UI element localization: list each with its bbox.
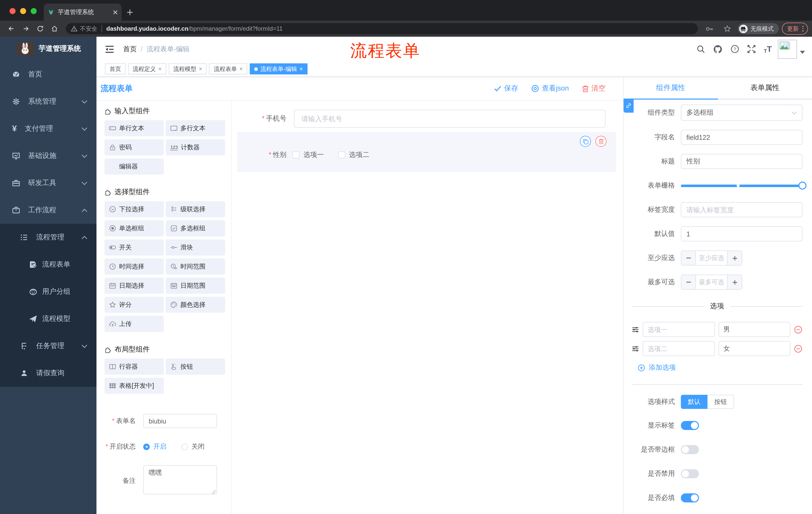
sidebar-item-process-form[interactable]: 流程表单: [0, 251, 96, 278]
required-toggle[interactable]: [681, 493, 699, 503]
tag-home[interactable]: 首页: [105, 63, 126, 75]
close-tag-icon[interactable]: ×: [239, 66, 243, 72]
clear-button[interactable]: 清空: [582, 84, 606, 93]
tag-process-definition[interactable]: 流程定义×: [128, 63, 166, 75]
checkbox[interactable]: [338, 152, 345, 158]
sidebar-item-home[interactable]: 首页: [0, 61, 96, 88]
close-window-button[interactable]: [9, 8, 16, 14]
tab-form-props[interactable]: 表单属性: [718, 77, 812, 99]
slider-track[interactable]: [681, 184, 803, 187]
sidebar-item-task-mgmt[interactable]: 任务管理: [0, 332, 96, 360]
remove-option-button[interactable]: [794, 325, 803, 334]
sidebar-item-infra[interactable]: 基础设施: [0, 142, 96, 169]
component-checkbox-group[interactable]: 多选框组: [166, 220, 225, 236]
sidebar-item-leave-query[interactable]: 请假查询: [0, 360, 96, 387]
close-tag-icon[interactable]: ×: [299, 66, 303, 72]
close-tag-icon[interactable]: ×: [199, 66, 202, 72]
security-label[interactable]: 不安全: [80, 25, 97, 32]
component-row-container[interactable]: 行容器: [105, 359, 164, 375]
tab-component-props[interactable]: 组件属性: [624, 77, 718, 99]
copy-component-button[interactable]: [580, 136, 591, 147]
component-password[interactable]: 密码: [105, 139, 164, 155]
option-label-input[interactable]: [643, 341, 715, 356]
view-json-button[interactable]: 查看json: [531, 84, 569, 93]
form-name-input[interactable]: [143, 414, 217, 428]
sidebar-item-payment[interactable]: ¥ 支付管理: [0, 115, 96, 142]
github-icon[interactable]: [713, 45, 723, 54]
phone-input[interactable]: [294, 110, 606, 128]
gender-checkbox-option1[interactable]: 选项一: [292, 151, 324, 159]
sidebar-item-process-model[interactable]: 流程模型: [0, 305, 96, 332]
tag-process-form[interactable]: 流程表单×: [209, 63, 247, 75]
component-select[interactable]: 下拉选择: [105, 201, 164, 217]
min-select-input[interactable]: [696, 251, 727, 265]
new-tab-button[interactable]: [127, 9, 133, 16]
component-slider[interactable]: 滑块: [166, 239, 225, 255]
forward-icon[interactable]: [22, 25, 30, 32]
component-single-text[interactable]: 单行文本: [105, 120, 164, 136]
close-tag-icon[interactable]: ×: [158, 66, 162, 72]
fullscreen-icon[interactable]: [747, 45, 756, 53]
increase-button[interactable]: [727, 251, 742, 265]
slider-handle[interactable]: [799, 181, 807, 189]
password-key-icon[interactable]: [705, 25, 713, 32]
status-radio-off[interactable]: 关闭: [181, 442, 204, 451]
back-icon[interactable]: [7, 25, 15, 32]
sidebar-item-user-group[interactable]: 用户分组: [0, 278, 96, 305]
font-size-icon[interactable]: TT: [764, 45, 772, 54]
max-select-input[interactable]: [696, 275, 727, 289]
component-upload[interactable]: 上传: [105, 316, 164, 332]
delete-component-button[interactable]: [596, 136, 607, 147]
sidebar-item-system[interactable]: 系统管理: [0, 88, 96, 115]
style-default-button[interactable]: 默认: [681, 395, 707, 409]
resize-grip-icon[interactable]: [211, 490, 215, 494]
increase-button[interactable]: [727, 275, 742, 289]
component-multi-text[interactable]: 多行文本: [166, 120, 225, 136]
component-rate[interactable]: 评分: [105, 297, 164, 313]
drag-handle-icon[interactable]: [632, 326, 639, 333]
component-counter[interactable]: 123 计数器: [166, 139, 225, 155]
option-value-input[interactable]: [718, 322, 790, 337]
checkbox[interactable]: [292, 152, 299, 158]
home-icon[interactable]: [51, 25, 58, 32]
help-icon[interactable]: ?: [731, 45, 739, 53]
component-type-select[interactable]: 多选框组: [681, 105, 803, 121]
save-button[interactable]: 保存: [494, 84, 518, 93]
component-button[interactable]: 按钮: [166, 359, 225, 375]
style-button-button[interactable]: 按钮: [707, 395, 734, 409]
title-input[interactable]: [681, 154, 803, 169]
zoom-window-button[interactable]: [31, 8, 37, 14]
option-value-input[interactable]: [718, 341, 790, 356]
component-editor[interactable]: 编辑器: [105, 158, 164, 174]
sidebar-collapse-icon[interactable]: [105, 45, 114, 53]
component-radio-group[interactable]: 单选框组: [105, 220, 164, 236]
component-date-picker[interactable]: 日期选择: [105, 278, 164, 294]
bookmark-star-icon[interactable]: [723, 25, 731, 32]
remove-option-button[interactable]: [794, 344, 803, 353]
gender-checkbox-option2[interactable]: 选项二: [338, 151, 369, 159]
component-time-range[interactable]: 时间范围: [166, 259, 225, 275]
option-label-input[interactable]: [643, 322, 715, 337]
avatar[interactable]: [778, 39, 797, 59]
status-radio-on[interactable]: 开启: [143, 442, 166, 451]
component-color-picker[interactable]: 颜色选择: [166, 297, 225, 313]
decrease-button[interactable]: [682, 251, 696, 265]
component-table[interactable]: 表格[开发中]: [105, 378, 164, 394]
drag-handle-icon[interactable]: [632, 345, 639, 352]
default-value-input[interactable]: [681, 226, 803, 241]
tag-process-form-edit[interactable]: 流程表单-编辑×: [250, 63, 307, 75]
disabled-toggle[interactable]: [681, 469, 699, 478]
component-date-range[interactable]: 日期范围: [166, 278, 225, 294]
form-grid-slider[interactable]: [681, 178, 803, 193]
breadcrumb-home[interactable]: 首页: [123, 45, 137, 54]
component-cascader[interactable]: 级联选择: [166, 201, 225, 217]
canvas-field-phone[interactable]: 手机号: [237, 110, 606, 128]
canvas-field-gender-selected[interactable]: 性别 选项一 选项二: [237, 132, 616, 172]
security-warning-icon[interactable]: [71, 26, 77, 32]
close-tab-icon[interactable]: [113, 10, 118, 14]
sidebar-item-process-mgmt[interactable]: 流程管理: [0, 224, 96, 251]
avatar-dropdown-caret[interactable]: [800, 51, 805, 54]
label-width-input[interactable]: [681, 202, 803, 217]
sidebar-item-devtools[interactable]: 研发工具: [0, 169, 96, 197]
url-bar[interactable]: 不安全 dashboard.yudao.iocoder.cn/bpm/manag…: [66, 23, 698, 34]
